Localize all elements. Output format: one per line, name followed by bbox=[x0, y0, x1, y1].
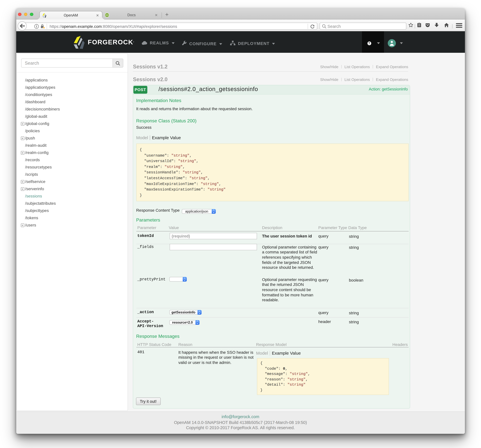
svg-text:!: ! bbox=[43, 26, 44, 28]
